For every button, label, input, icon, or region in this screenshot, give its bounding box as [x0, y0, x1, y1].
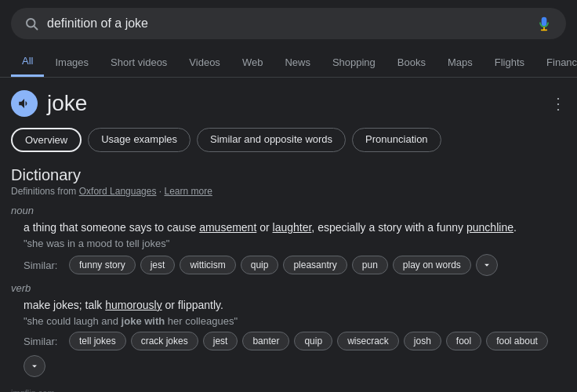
tag-pleasantry[interactable]: pleasantry [283, 256, 347, 274]
tag-pun[interactable]: pun [352, 256, 388, 274]
verb-expand-button[interactable] [24, 355, 45, 377]
verb-definition: make jokes; talk humorously or flippantl… [24, 297, 566, 314]
oxford-link[interactable]: Oxford Languages [79, 186, 157, 197]
pos-noun: noun [11, 205, 566, 216]
tab-news[interactable]: News [274, 49, 321, 76]
pill-overview[interactable]: Overview [11, 128, 82, 152]
tag-jest-noun[interactable]: jest [140, 256, 176, 274]
tab-finance[interactable]: Finance [535, 49, 577, 76]
pill-similar[interactable]: Similar and opposite words [197, 128, 346, 152]
tag-funny-story[interactable]: funny story [69, 256, 136, 274]
tab-shopping[interactable]: Shopping [321, 49, 386, 76]
page-footer: imgflip.com [0, 383, 577, 392]
dictionary-source: Definitions from Oxford Languages · Lear… [11, 186, 566, 197]
dictionary-title: Dictionary [11, 166, 566, 184]
tag-banter[interactable]: banter [242, 332, 289, 350]
tab-flights[interactable]: Flights [484, 49, 535, 76]
punchline-link[interactable]: punchline [466, 221, 513, 234]
tag-tell-jokes[interactable]: tell jokes [69, 332, 126, 350]
tab-web[interactable]: Web [231, 49, 274, 76]
voice-icon[interactable] [535, 14, 553, 33]
noun-example: "she was in a mood to tell jokes" [24, 238, 566, 249]
tag-fool[interactable]: fool [446, 332, 481, 350]
dictionary-section: Dictionary Definitions from Oxford Langu… [0, 158, 577, 377]
tab-short-videos[interactable]: Short videos [100, 49, 178, 76]
tab-pills: Overview Usage examples Similar and oppo… [0, 122, 577, 158]
amusement-link[interactable]: amusement [199, 221, 256, 234]
tag-crack-jokes[interactable]: crack jokes [131, 332, 198, 350]
noun-definition-block: a thing that someone says to cause amuse… [11, 220, 566, 276]
tab-images[interactable]: Images [44, 49, 100, 76]
tag-quip-verb[interactable]: quip [294, 332, 332, 350]
word-title: joke [47, 91, 87, 116]
tag-josh[interactable]: josh [404, 332, 441, 350]
tag-witticism[interactable]: witticism [180, 256, 235, 274]
noun-definition: a thing that someone says to cause amuse… [24, 220, 566, 236]
tag-wisecrack[interactable]: wisecrack [337, 332, 399, 350]
tag-jest-verb[interactable]: jest [203, 332, 238, 350]
tag-fool-about[interactable]: fool about [486, 332, 548, 350]
search-query[interactable]: definition of a joke [47, 16, 527, 31]
nav-tabs: All Images Short videos Videos Web News … [0, 47, 577, 78]
noun-expand-button[interactable] [476, 254, 498, 276]
pos-verb: verb [11, 282, 566, 294]
tab-videos[interactable]: Videos [178, 49, 231, 76]
learn-more-link[interactable]: Learn more [164, 186, 212, 197]
laughter-link[interactable]: laughter [273, 221, 312, 234]
humorously-link[interactable]: humorously [105, 299, 161, 311]
verb-definition-block: make jokes; talk humorously or flippantl… [11, 297, 566, 377]
speaker-button[interactable] [11, 90, 38, 117]
tag-quip-noun[interactable]: quip [241, 256, 279, 274]
tab-all[interactable]: All [11, 47, 44, 77]
tab-books[interactable]: Books [386, 49, 437, 76]
pill-pronunciation[interactable]: Pronunciation [352, 128, 441, 152]
more-options-icon[interactable]: ⋮ [550, 94, 566, 113]
search-icon [24, 16, 39, 31]
noun-similar-label: Similar: [24, 260, 64, 271]
word-header: joke ⋮ [0, 78, 577, 122]
search-bar: definition of a joke [11, 8, 566, 39]
svg-line-1 [34, 26, 37, 29]
verb-example: "she could laugh and joke with her colle… [24, 315, 566, 327]
noun-similar-row: Similar: funny story jest witticism quip… [24, 254, 566, 276]
tag-play-on-words[interactable]: play on words [393, 256, 471, 274]
pill-usage[interactable]: Usage examples [88, 128, 191, 152]
verb-similar-label: Similar: [24, 336, 64, 347]
tab-maps[interactable]: Maps [437, 49, 484, 76]
verb-similar-row: Similar: tell jokes crack jokes jest ban… [24, 332, 566, 377]
